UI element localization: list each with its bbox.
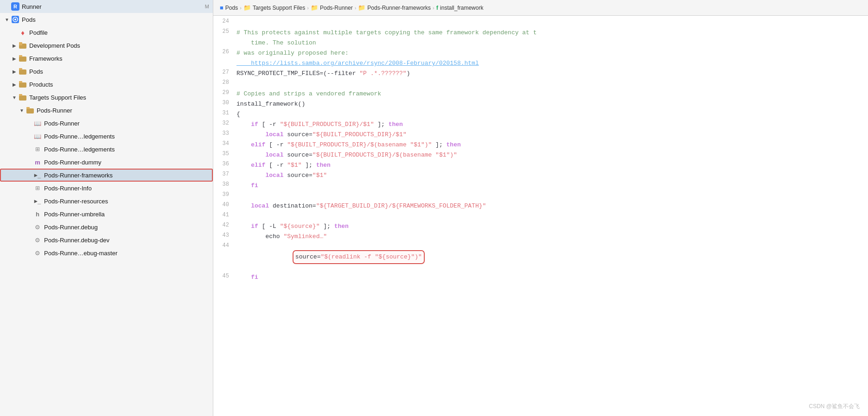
disclosure-frameworks: ▶: [11, 55, 18, 62]
targets-support-label: Targets Support Files: [29, 94, 86, 101]
line-code-31: {: [236, 109, 868, 120]
terminal-icon-2: ▶_: [33, 197, 42, 205]
no-disclosure-8: [26, 211, 32, 217]
sidebar-item-pods-runner-frameworks[interactable]: ▶_ Pods-Runner-frameworks: [0, 169, 213, 182]
code-content[interactable]: 24 25 # This protects against multiple t…: [213, 16, 868, 416]
book-icon-2: 📖: [33, 132, 42, 140]
disclosure-pods: ▼: [4, 16, 10, 23]
sidebar-item-pods-runner-debug-master[interactable]: ⚙ Pods-Runne…ebug-master: [0, 246, 213, 259]
runner-badge: M: [205, 4, 209, 9]
sidebar-item-pods[interactable]: ▼ Pods: [0, 13, 213, 26]
line-code-33: local source="${BUILT_PRODUCTS_DIR}/$1": [236, 130, 868, 140]
sidebar-item-pods-runner-ack2[interactable]: ⊞ Pods-Runne…ledgements: [0, 143, 213, 156]
line-code-38: fi: [236, 181, 868, 191]
line-num-34: 34: [213, 140, 236, 147]
bc-sep-2: ›: [307, 5, 309, 11]
bc-func-icon: f: [436, 4, 438, 11]
bc-install-framework-label: install_framework: [440, 5, 483, 11]
line-num-36: 36: [213, 160, 236, 167]
svg-rect-7: [19, 69, 26, 75]
disclosure-runner: [4, 3, 10, 10]
sidebar-item-pods-runner-resources[interactable]: ▶_ Pods-Runner-resources: [0, 195, 213, 208]
line-code-32: if [ -r "${BUILT_PRODUCTS_DIR}/$1" ]; th…: [236, 120, 868, 130]
line-num-25: 25: [213, 28, 236, 35]
frameworks-label: Frameworks: [29, 55, 63, 62]
sidebar-item-pods-runner-ack1[interactable]: 📖 Pods-Runne…ledgements: [0, 130, 213, 143]
bc-pods-runner-label: Pods-Runner: [320, 5, 353, 11]
m-badge-icon: m: [33, 158, 42, 166]
gear-icon-2: ⚙: [33, 236, 42, 244]
runner-app-icon: R: [11, 2, 19, 11]
bc-targets-support-label: Targets Support Files: [253, 5, 305, 11]
h-icon: h: [33, 210, 42, 218]
sidebar-item-runner[interactable]: R Runner M: [0, 0, 213, 13]
line-num-41: 41: [213, 211, 236, 218]
watermark: CSDN @鲨鱼不会飞: [809, 403, 860, 410]
code-line-39: 39: [213, 191, 868, 201]
sidebar-item-pods-runner-script[interactable]: 📖 Pods-Runner: [0, 117, 213, 130]
bc-sep-3: ›: [355, 5, 357, 11]
code-line-25b: time. The solution: [213, 38, 868, 48]
sidebar-item-frameworks[interactable]: ▶ Frameworks: [0, 52, 213, 65]
line-code-26: # was originally proposed here:: [236, 48, 868, 58]
line-num-31: 31: [213, 109, 236, 116]
line-code-34: elif [ -r "${BUILT_PRODUCTS_DIR}/$(basen…: [236, 140, 868, 150]
code-line-40: 40 local destination="${TARGET_BUILD_DIR…: [213, 201, 868, 211]
code-line-26b: https://lists.samba.org/archive/rsync/20…: [213, 58, 868, 69]
line-num-25b: [213, 38, 236, 38]
sidebar-item-podfile[interactable]: ♦ Podfile: [0, 26, 213, 39]
svg-rect-14: [26, 107, 30, 109]
sidebar-item-pods-sub[interactable]: ▶ Pods: [0, 65, 213, 78]
sidebar-item-products[interactable]: ▶ Products: [0, 78, 213, 91]
pods-runner-frameworks-label: Pods-Runner-frameworks: [44, 172, 113, 179]
pods-sub-label: Pods: [29, 68, 43, 75]
code-line-42: 42 if [ -L "${source}" ]; then: [213, 221, 868, 232]
svg-rect-4: [19, 42, 22, 44]
code-line-29: 29 # Copies and strips a vendored framew…: [213, 89, 868, 99]
code-line-34: 34 elif [ -r "${BUILT_PRODUCTS_DIR}/$(ba…: [213, 140, 868, 150]
sidebar: R Runner M ▼ Pods ♦ Podfile ▶ Developmen…: [0, 0, 213, 416]
gear-icon-3: ⚙: [33, 249, 42, 257]
runner-label: Runner: [22, 3, 42, 10]
no-disclosure-11: [26, 250, 32, 256]
bc-pods-label: Pods: [225, 5, 238, 11]
sidebar-item-targets-support[interactable]: ▼ Targets Support Files: [0, 91, 213, 104]
line-code-40: local destination="${TARGET_BUILD_DIR}/$…: [236, 201, 868, 211]
bc-pods-runner-frameworks: 📁 Pods-Runner-frameworks: [358, 4, 431, 11]
line-code-35: local source="${BUILT_PRODUCTS_DIR}/$(ba…: [236, 150, 868, 160]
pods-runner-resources-label: Pods-Runner-resources: [44, 198, 108, 205]
code-line-32: 32 if [ -r "${BUILT_PRODUCTS_DIR}/$1" ];…: [213, 120, 868, 130]
terminal-icon-1: ▶_: [33, 171, 42, 179]
sidebar-item-pods-runner-umbrella[interactable]: h Pods-Runner-umbrella: [0, 208, 213, 221]
sidebar-item-pods-runner-dummy[interactable]: m Pods-Runner-dummy: [0, 156, 213, 169]
sidebar-item-pods-runner-group[interactable]: ▼ Pods-Runner: [0, 104, 213, 117]
line-code-25b: time. The solution: [236, 38, 868, 48]
code-line-31: 31 {: [213, 109, 868, 120]
svg-rect-6: [19, 55, 22, 57]
sidebar-item-pods-runner-debug-dev[interactable]: ⚙ Pods-Runner.debug-dev: [0, 233, 213, 246]
line-num-35: 35: [213, 150, 236, 157]
line-num-24: 24: [213, 18, 236, 25]
line-code-45: fi: [236, 272, 868, 283]
no-disclosure-9: [26, 224, 32, 230]
sidebar-item-dev-pods[interactable]: ▶ Development Pods: [0, 39, 213, 52]
no-disclosure-3: [26, 146, 32, 152]
disclosure-pods-sub: ▶: [11, 68, 18, 75]
pods-runner-umbrella-label: Pods-Runner-umbrella: [44, 211, 105, 218]
no-disclosure-7: [26, 198, 32, 204]
code-line-28: 28: [213, 79, 868, 89]
sidebar-item-pods-runner-info[interactable]: ⊞ Pods-Runner-Info: [0, 182, 213, 195]
line-num-42: 42: [213, 221, 236, 228]
svg-rect-9: [19, 82, 26, 88]
sidebar-item-pods-runner-debug[interactable]: ⚙ Pods-Runner.debug: [0, 221, 213, 233]
products-icon: [19, 80, 27, 88]
line-num-37: 37: [213, 170, 236, 177]
line-code-36: elif [ -r "$1" ]; then: [236, 160, 868, 170]
products-label: Products: [29, 81, 53, 88]
svg-rect-12: [19, 94, 22, 96]
code-line-27: 27 RSYNC_PROTECT_TMP_FILES=(--filter "P …: [213, 69, 868, 79]
bc-sep-4: ›: [433, 5, 434, 11]
code-line-38: 38 fi: [213, 181, 868, 191]
pods-label: Pods: [22, 16, 36, 23]
bc-pods-runner-frameworks-label: Pods-Runner-frameworks: [367, 5, 431, 11]
